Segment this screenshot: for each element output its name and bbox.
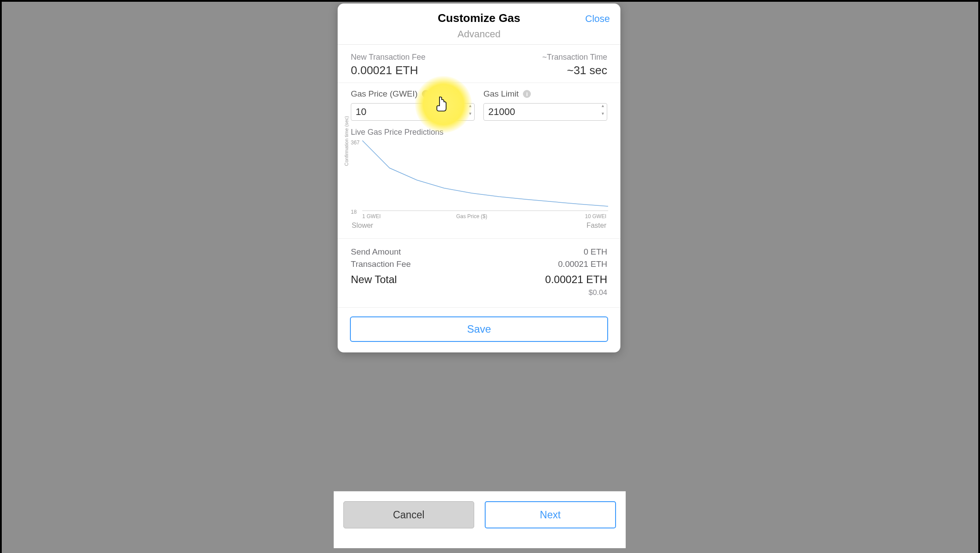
info-icon[interactable]: i (422, 90, 430, 98)
tx-time-label: ~Transaction Time (542, 53, 607, 62)
x-tick-min: 1 GWEI (362, 213, 381, 219)
gas-price-step-down[interactable]: ▼ (468, 112, 473, 119)
gas-price-label: Gas Price (GWEI) (351, 89, 418, 99)
inputs-row: Gas Price (GWEI) i ▲ ▼ Gas Limit i (338, 83, 620, 123)
chart-section: Live Gas Price Predictions Confirmation … (338, 123, 620, 239)
new-total-value: 0.00021 ETH (545, 273, 607, 286)
modal-header: Customize Gas Advanced Close (338, 4, 620, 45)
y-tick-max: 367 (351, 140, 360, 146)
new-fee-value: 0.00021 ETH (351, 64, 425, 77)
tx-fee-value: 0.00021 ETH (558, 259, 607, 269)
tx-fee-label: Transaction Fee (351, 259, 411, 269)
speed-slower-label: Slower (352, 222, 373, 230)
x-tick-max: 10 GWEI (585, 213, 606, 219)
gas-price-step-up[interactable]: ▲ (468, 104, 473, 111)
fee-summary-row: New Transaction Fee 0.00021 ETH ~Transac… (338, 45, 620, 83)
tx-time-col: ~Transaction Time ~31 sec (542, 53, 607, 77)
chart-title: Live Gas Price Predictions (351, 128, 607, 137)
x-axis-label: Gas Price ($) (456, 213, 487, 219)
gas-prediction-chart: Confirmation time (sec) 367 18 1 GWEI Ga… (351, 140, 607, 216)
new-total-usd: $0.04 (588, 288, 607, 297)
gas-limit-step-up[interactable]: ▲ (600, 104, 605, 111)
totals-summary: Send Amount 0 ETH Transaction Fee 0.0002… (338, 239, 620, 308)
save-button[interactable]: Save (350, 316, 608, 342)
cancel-button[interactable]: Cancel (343, 501, 474, 528)
y-tick-min: 18 (351, 209, 357, 215)
new-total-label: New Total (351, 273, 397, 286)
bottom-action-panel: Cancel Next (334, 491, 626, 548)
send-amount-value: 0 ETH (584, 247, 607, 257)
chart-line (362, 140, 608, 213)
y-axis-label: Confirmation time (sec) (344, 116, 349, 166)
gas-price-col: Gas Price (GWEI) i ▲ ▼ (351, 89, 475, 121)
gas-limit-step-down[interactable]: ▼ (600, 112, 605, 119)
tx-time-value: ~31 sec (542, 64, 607, 77)
gas-limit-input[interactable] (483, 103, 607, 121)
send-amount-label: Send Amount (351, 247, 401, 257)
close-button[interactable]: Close (585, 13, 610, 25)
modal-title: Customize Gas (346, 11, 612, 25)
info-icon[interactable]: i (523, 90, 531, 98)
new-fee-label: New Transaction Fee (351, 53, 425, 62)
gas-limit-col: Gas Limit i ▲ ▼ (483, 89, 607, 121)
new-fee-col: New Transaction Fee 0.00021 ETH (351, 53, 425, 77)
speed-faster-label: Faster (587, 222, 606, 230)
customize-gas-modal: Customize Gas Advanced Close New Transac… (338, 4, 620, 352)
gas-limit-label: Gas Limit (483, 89, 519, 99)
next-button[interactable]: Next (485, 501, 616, 528)
modal-tab-advanced[interactable]: Advanced (346, 29, 612, 40)
gas-price-input[interactable] (351, 103, 475, 121)
